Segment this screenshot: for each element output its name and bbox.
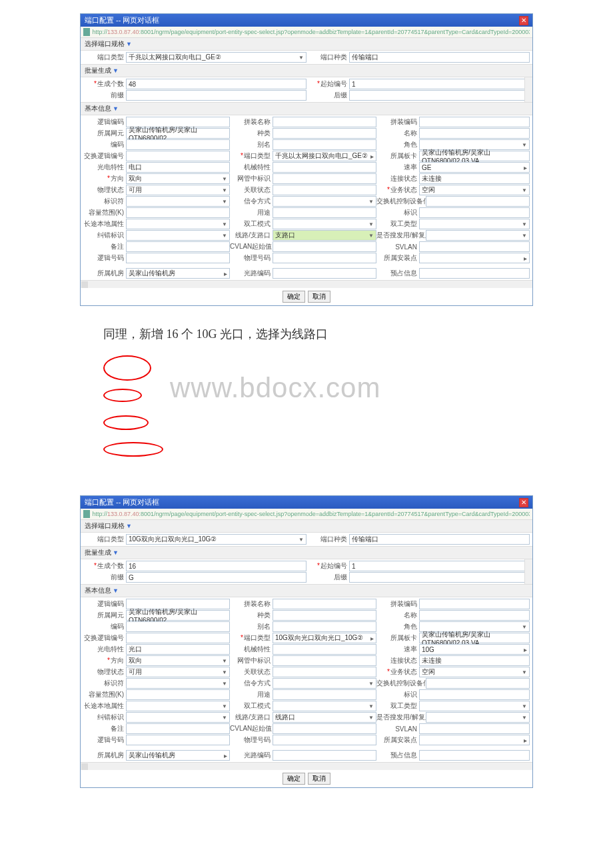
rate-input[interactable]: 10G	[419, 644, 530, 655]
close-icon[interactable]: ✕	[519, 498, 528, 507]
biz-status-select[interactable]: 空闲	[419, 667, 530, 677]
pinzhuang-code-input[interactable]	[419, 117, 530, 127]
port-kind-input[interactable]: 传输端口	[349, 534, 530, 545]
duplex-select[interactable]	[273, 701, 376, 711]
dir-select[interactable]: 双向	[126, 173, 230, 184]
port-kind-input[interactable]: 传输端口	[349, 52, 530, 63]
prefix-input[interactable]: G	[126, 572, 306, 583]
line-branch-select[interactable]: 线路口	[273, 712, 376, 723]
close-icon[interactable]: ✕	[519, 16, 528, 25]
port-type2-select[interactable]: 千兆以太网接口双向电口_GE②	[273, 151, 376, 161]
scrollbar-horizontal[interactable]	[81, 762, 532, 770]
cvlan-input[interactable]	[273, 241, 376, 252]
start-no-input[interactable]: 1	[349, 79, 530, 89]
section-batch[interactable]: 批量生成▼	[81, 64, 532, 77]
reuse-select[interactable]	[426, 230, 530, 241]
scrollbar-vertical[interactable]	[524, 77, 532, 102]
section-batch[interactable]: 批量生成▼	[81, 546, 532, 559]
longdist-select[interactable]	[126, 701, 230, 711]
optical-code-input[interactable]	[273, 268, 376, 279]
cancel-button[interactable]: 取消	[308, 291, 330, 303]
name-input[interactable]	[419, 610, 530, 621]
room-input[interactable]: 吴家山传输机房	[126, 750, 230, 761]
port-type-select[interactable]: 10G双向光口双向光口_10G②	[126, 534, 306, 545]
switch-info-input[interactable]	[426, 196, 530, 207]
install-pt-input[interactable]	[419, 253, 530, 263]
fault-flag-select[interactable]	[126, 230, 230, 241]
name-input[interactable]	[419, 128, 530, 139]
port-type2-select[interactable]: 10G双向光口双向光口_10G②	[273, 633, 376, 643]
svlan-input[interactable]	[419, 241, 530, 252]
cancel-button[interactable]: 取消	[308, 773, 330, 785]
usage-input[interactable]	[273, 207, 376, 218]
oe-input[interactable]: 电口	[126, 162, 230, 173]
prefix-input[interactable]	[126, 90, 306, 101]
conn-status-input[interactable]: 未连接	[419, 655, 530, 666]
phy-status-select[interactable]: 可用	[126, 185, 230, 195]
remark-input[interactable]	[126, 723, 230, 734]
kind-input[interactable]	[273, 128, 376, 139]
optical-code-input[interactable]	[273, 750, 376, 761]
cap-range-input[interactable]	[126, 689, 230, 700]
phy-no-input[interactable]	[273, 253, 376, 263]
mech-input[interactable]	[273, 162, 376, 173]
svlan-input[interactable]	[419, 723, 530, 734]
alias-input[interactable]	[273, 621, 376, 632]
mech-input[interactable]	[273, 644, 376, 655]
fault-flag-select[interactable]	[126, 712, 230, 723]
line-branch-select[interactable]: 支路口	[273, 230, 376, 241]
oe-input[interactable]: 光口	[126, 644, 230, 655]
phy-status-select[interactable]: 可用	[126, 667, 230, 677]
remark-input[interactable]	[126, 241, 230, 252]
identifier-select[interactable]	[126, 196, 230, 207]
phy-no-input[interactable]	[273, 735, 376, 745]
swap-logic-input[interactable]	[126, 633, 230, 643]
ident-input[interactable]	[419, 207, 530, 218]
sig-mode-select[interactable]	[273, 196, 376, 207]
reserve-info-input[interactable]	[419, 750, 530, 761]
nm-flag-input[interactable]	[273, 173, 376, 184]
conn-status-input[interactable]: 未连接	[419, 173, 530, 184]
section-basic[interactable]: 基本信息▼	[81, 584, 532, 597]
section-port-spec[interactable]: 选择端口规格▼	[81, 519, 532, 533]
ident-input[interactable]	[419, 689, 530, 700]
cap-range-input[interactable]	[126, 207, 230, 218]
gen-count-input[interactable]: 48	[126, 79, 306, 89]
ne-input[interactable]: 吴家山传输机房/吴家山OTN6800/02	[126, 128, 230, 139]
port-type-select[interactable]: 千兆以太网接口双向电口_GE②	[126, 52, 306, 63]
gen-count-input[interactable]: 16	[126, 561, 306, 571]
logic-no-input[interactable]	[126, 735, 230, 745]
rel-status-input[interactable]	[273, 185, 376, 195]
cvlan-input[interactable]	[273, 723, 376, 734]
rel-status-input[interactable]	[273, 667, 376, 677]
switch-info-input[interactable]	[426, 678, 530, 689]
card-input[interactable]: 吴家山传输机房/吴家山OTN6800/02.03.VA	[419, 633, 530, 643]
usage-input[interactable]	[273, 689, 376, 700]
card-input[interactable]: 吴家山传输机房/吴家山OTN6800/02.03.VA	[419, 151, 530, 161]
sig-mode-select[interactable]	[273, 678, 376, 689]
code-input[interactable]	[126, 621, 230, 632]
nm-flag-input[interactable]	[273, 655, 376, 666]
rate-input[interactable]: GE	[419, 162, 530, 173]
alias-input[interactable]	[273, 139, 376, 150]
section-port-spec[interactable]: 选择端口规格▼	[81, 37, 532, 51]
scrollbar-vertical[interactable]	[524, 559, 532, 584]
duplex-type-select[interactable]	[419, 219, 530, 229]
reuse-select[interactable]	[426, 712, 530, 723]
identifier-select[interactable]	[126, 678, 230, 689]
duplex-select[interactable]	[273, 219, 376, 229]
swap-logic-input[interactable]	[126, 151, 230, 161]
section-basic[interactable]: 基本信息▼	[81, 102, 532, 115]
kind-input[interactable]	[273, 610, 376, 621]
suffix-input[interactable]	[349, 90, 530, 101]
logic-no-input[interactable]	[126, 253, 230, 263]
room-input[interactable]: 吴家山传输机房	[126, 268, 230, 279]
install-pt-input[interactable]	[419, 735, 530, 745]
code-input[interactable]	[126, 139, 230, 150]
pinzhuang-name-input[interactable]	[273, 599, 376, 609]
longdist-select[interactable]	[126, 219, 230, 229]
suffix-input[interactable]	[349, 572, 530, 583]
ok-button[interactable]: 确定	[283, 773, 305, 785]
ne-input[interactable]: 吴家山传输机房/吴家山OTN6800/02	[126, 610, 230, 621]
dir-select[interactable]: 双向	[126, 655, 230, 666]
